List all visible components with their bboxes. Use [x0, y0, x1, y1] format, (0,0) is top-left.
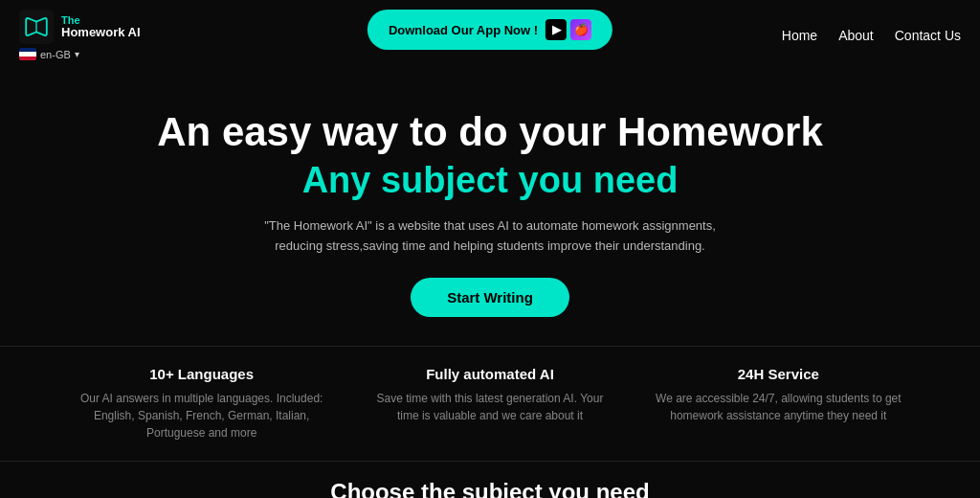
bottom-section: Choose the subject you need And Have you…	[0, 461, 980, 498]
nav-about[interactable]: About	[838, 28, 874, 43]
store-icons: ▶ 🍎	[546, 19, 591, 40]
hero-section: An easy way to do your Homework Any subj…	[0, 70, 980, 336]
apple-store-icon: 🍎	[570, 19, 591, 40]
download-button[interactable]: Download Our App Now ! ▶ 🍎	[368, 10, 612, 50]
book-icon	[19, 10, 54, 44]
logo-text: The Homework AI	[61, 14, 141, 39]
google-play-icon: ▶	[546, 19, 567, 40]
feature-automated: Fully automated AI Save time with this l…	[366, 366, 614, 441]
main-nav: Home About Contact Us	[782, 28, 961, 43]
hero-description: "The Homework AI" is a website that uses…	[260, 216, 720, 257]
nav-contact[interactable]: Contact Us	[895, 28, 961, 43]
bottom-heading-white: Choose the subject you need	[19, 479, 961, 498]
feature-languages: 10+ Languages Our AI answers in multiple…	[78, 366, 326, 441]
nav-home[interactable]: Home	[782, 28, 817, 43]
download-btn-container: Download Our App Now ! ▶ 🍎	[368, 10, 612, 50]
start-writing-button[interactable]: Start Writing	[411, 278, 569, 317]
chevron-down-icon: ▾	[75, 49, 79, 59]
feature-24h: 24H Service We are accessible 24/7, allo…	[654, 366, 902, 441]
logo[interactable]: The Homework AI	[19, 10, 141, 44]
features-section: 10+ Languages Our AI answers in multiple…	[0, 346, 980, 461]
language-selector[interactable]: en-GB ▾	[19, 48, 141, 60]
hero-heading-white: An easy way to do your Homework	[19, 108, 961, 156]
flag-icon	[19, 48, 36, 60]
hero-heading-teal: Any subject you need	[19, 160, 961, 201]
